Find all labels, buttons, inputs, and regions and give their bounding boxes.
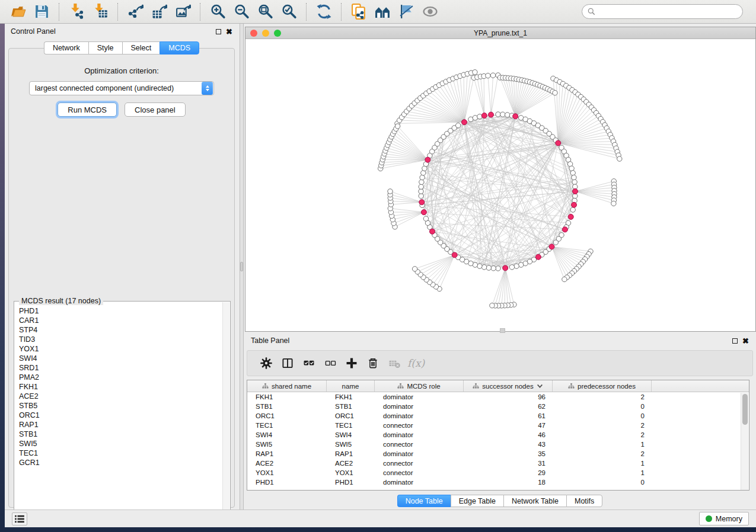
mcds-result-scrollbar[interactable]	[222, 302, 229, 519]
column-header-successor-nodes[interactable]: successor nodes	[464, 380, 553, 392]
mcds-result-item[interactable]: SRD1	[19, 363, 222, 373]
memory-button[interactable]: Memory	[699, 512, 749, 525]
cell-successor-nodes: 18	[464, 477, 553, 487]
mcds-result-item[interactable]: STB1	[19, 430, 222, 439]
add-column-icon[interactable]	[341, 354, 362, 372]
zoom-out-icon[interactable]	[231, 3, 251, 21]
columns-icon[interactable]	[277, 354, 298, 372]
table-row[interactable]: STB1STB1dominator620	[247, 402, 749, 411]
show-all-icon[interactable]	[420, 3, 440, 21]
save-icon[interactable]	[31, 3, 52, 21]
run-mcds-button[interactable]: Run MCDS	[58, 102, 117, 117]
cell-shared-name: SWI5	[247, 440, 327, 449]
close-table-panel-icon[interactable]: ✖	[742, 338, 749, 344]
refresh-icon[interactable]	[314, 3, 334, 21]
column-header-predecessor-nodes[interactable]: predecessor nodes	[553, 380, 652, 392]
vertical-splitter-handle[interactable]	[240, 262, 243, 271]
table-row[interactable]: SWI5SWI5connector431	[247, 440, 749, 449]
task-history-button[interactable]	[12, 512, 27, 525]
zoom-in-icon[interactable]	[208, 3, 228, 21]
network-nodes[interactable]	[378, 70, 623, 309]
tab-network-table[interactable]: Network Table	[503, 495, 566, 507]
delete-table-icon[interactable]	[384, 354, 405, 372]
mcds-result-item[interactable]: CAR1	[19, 316, 222, 325]
close-panel-button[interactable]: Close panel	[125, 102, 186, 117]
table-row[interactable]: FKH1FKH1dominator962	[247, 392, 749, 402]
hide-selected-icon[interactable]	[396, 3, 416, 21]
network-graph[interactable]	[245, 40, 755, 331]
deselect-all-icon[interactable]	[320, 354, 341, 372]
search-input[interactable]	[599, 8, 737, 16]
tab-mcds[interactable]: MCDS	[160, 41, 199, 55]
network-window-titlebar[interactable]: YPA_prune.txt_1	[245, 27, 755, 39]
import-network-icon[interactable]	[66, 3, 87, 21]
first-neighbors-icon[interactable]	[372, 3, 393, 21]
table-row[interactable]: TEC1TEC1connector472	[247, 421, 749, 430]
float-panel-icon[interactable]	[216, 29, 221, 34]
mcds-result-item[interactable]: TEC1	[19, 448, 222, 458]
select-all-icon[interactable]	[298, 354, 320, 372]
function-builder-icon[interactable]: f(x)	[407, 357, 425, 369]
criterion-dropdown[interactable]: largest connected component (undirected)	[29, 81, 214, 95]
close-panel-icon[interactable]: ✖	[226, 29, 232, 34]
tab-style[interactable]: Style	[88, 41, 122, 55]
cell-MCDS-role: dominator	[375, 411, 464, 421]
mcds-result-item[interactable]: SWI4	[19, 354, 222, 363]
network-canvas[interactable]	[245, 40, 755, 331]
export-table-icon[interactable]	[149, 3, 169, 21]
table-scrollbar-thumb[interactable]	[742, 394, 748, 425]
mcds-result-item[interactable]: ORC1	[19, 411, 222, 420]
column-header-name[interactable]: name	[327, 380, 375, 392]
delete-column-icon[interactable]	[362, 354, 384, 372]
mcds-result-item[interactable]: ACE2	[19, 392, 222, 401]
app-window: Control Panel ✖ NetworkStyleSelectMCDS O…	[5, 24, 756, 527]
dropdown-stepper-icon[interactable]	[202, 82, 213, 95]
mcds-result-item[interactable]: PMA2	[19, 373, 222, 382]
vertical-splitter[interactable]	[240, 24, 244, 509]
tab-motifs[interactable]: Motifs	[566, 495, 602, 507]
mcds-result-item[interactable]: STP4	[19, 325, 222, 335]
table-settings-icon[interactable]	[256, 354, 277, 372]
tab-edge-table[interactable]: Edge Table	[451, 495, 503, 507]
column-header-shared-name[interactable]: shared name	[247, 380, 327, 392]
cell-shared-name: ACE2	[247, 459, 327, 468]
search-box[interactable]	[582, 4, 743, 19]
memory-label: Memory	[716, 515, 742, 523]
zoom-selected-icon[interactable]	[279, 3, 299, 21]
table-row[interactable]: RAP1RAP1dominator352	[247, 449, 749, 459]
table-row[interactable]: SWI4SWI4dominator462	[247, 430, 749, 440]
export-network-icon[interactable]	[125, 3, 145, 21]
horizontal-splitter-handle[interactable]	[500, 328, 505, 333]
tab-select[interactable]: Select	[122, 41, 160, 55]
column-header-MCDS-role[interactable]: MCDS role	[375, 380, 464, 392]
table-row[interactable]: PHD1PHD1dominator180	[247, 477, 749, 487]
cell-shared-name: FKH1	[247, 392, 327, 402]
open-icon[interactable]	[8, 3, 28, 21]
mcds-result-item[interactable]: SWI5	[19, 439, 222, 448]
mcds-result-item[interactable]: GCR1	[19, 458, 222, 467]
cell-shared-name: ORC1	[247, 411, 327, 421]
mcds-result-item[interactable]: STB5	[19, 401, 222, 411]
mcds-result-item[interactable]: RAP1	[19, 420, 222, 430]
tab-node-table[interactable]: Node Table	[397, 495, 451, 507]
mcds-result-item[interactable]: FKH1	[19, 382, 222, 392]
table-row[interactable]: ORC1ORC1dominator610	[247, 411, 749, 421]
attribute-icon	[473, 383, 479, 389]
mcds-result-list[interactable]: PHD1CAR1STP4TID3YOX1SWI4SRD1PMA2FKH1ACE2…	[15, 306, 222, 518]
mcds-result-item[interactable]: PHD1	[19, 306, 222, 316]
zoom-fit-icon[interactable]	[255, 3, 275, 21]
table-row[interactable]: ACE2ACE2connector311	[247, 459, 749, 468]
table-panel: Table Panel ✖ f(x) shared namenameMCDS r…	[244, 334, 756, 509]
import-table-icon[interactable]	[90, 3, 110, 21]
table-row[interactable]: YOX1YOX1connector291	[247, 468, 749, 477]
export-image-icon[interactable]	[173, 3, 193, 21]
table-scrollbar[interactable]	[741, 393, 748, 490]
attribute-icon	[568, 383, 575, 389]
cell-shared-name: YOX1	[247, 468, 327, 477]
toolbar-separator	[117, 3, 118, 21]
mcds-result-item[interactable]: TID3	[19, 335, 222, 344]
mcds-result-item[interactable]: YOX1	[19, 344, 222, 354]
duplicate-network-icon[interactable]	[349, 3, 369, 21]
tab-network[interactable]: Network	[44, 41, 88, 55]
float-table-panel-icon[interactable]	[732, 338, 738, 344]
